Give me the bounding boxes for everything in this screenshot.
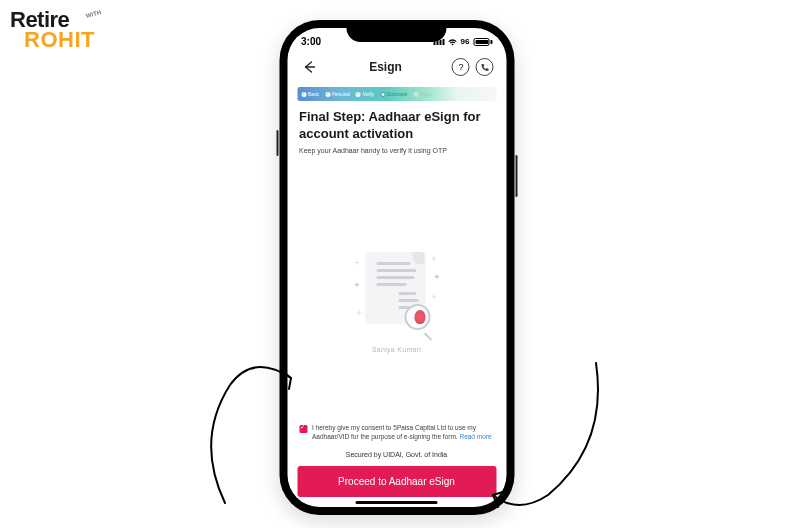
document-illustration: + ✦ + ✦ + + xyxy=(299,182,494,420)
secured-label: Secured by UIDAI, Govt. of India xyxy=(287,447,506,462)
progress-stepper: Basic Personal Verify Document eSign xyxy=(297,87,496,101)
magnifier-icon xyxy=(405,304,431,330)
back-button[interactable] xyxy=(299,57,319,77)
step-document: Document xyxy=(380,92,408,97)
call-icon[interactable] xyxy=(476,58,494,76)
read-more-link[interactable]: Read more xyxy=(459,433,491,440)
user-name: Saniya Kumari xyxy=(372,346,421,353)
subheading: Keep your Aadhaar handy to verify it usi… xyxy=(299,147,494,154)
step-verify: Verify xyxy=(356,92,374,97)
heading: Final Step: Aadhaar eSign for account ac… xyxy=(299,109,494,143)
consent-row: I hereby give my consent to 5Paisa Capit… xyxy=(287,420,506,447)
app-screen: 3:00 96 Esign xyxy=(287,28,506,507)
step-basic: Basic xyxy=(301,92,319,97)
page-title: Esign xyxy=(369,60,402,74)
step-personal: Personal xyxy=(325,92,350,97)
wifi-icon xyxy=(448,38,458,46)
brand-logo: RetireWITH ROHIT xyxy=(10,10,95,50)
help-icon[interactable]: ? xyxy=(452,58,470,76)
proceed-esign-button[interactable]: Proceed to Aadhaar eSign xyxy=(297,466,496,497)
fingerprint-icon xyxy=(415,310,426,324)
phone-notch xyxy=(347,20,447,42)
step-esign: eSign xyxy=(414,92,433,97)
battery-percent: 96 xyxy=(461,37,470,46)
main-content: Final Step: Aadhaar eSign for account ac… xyxy=(287,109,506,420)
app-header: Esign ? xyxy=(287,51,506,87)
consent-text: I hereby give my consent to 5Paisa Capit… xyxy=(312,424,494,441)
home-indicator xyxy=(356,501,438,504)
phone-frame: 3:00 96 Esign xyxy=(279,20,514,515)
consent-checkbox[interactable] xyxy=(299,425,307,433)
battery-icon xyxy=(474,38,493,46)
status-time: 3:00 xyxy=(301,36,321,47)
status-right: 96 xyxy=(434,37,492,46)
